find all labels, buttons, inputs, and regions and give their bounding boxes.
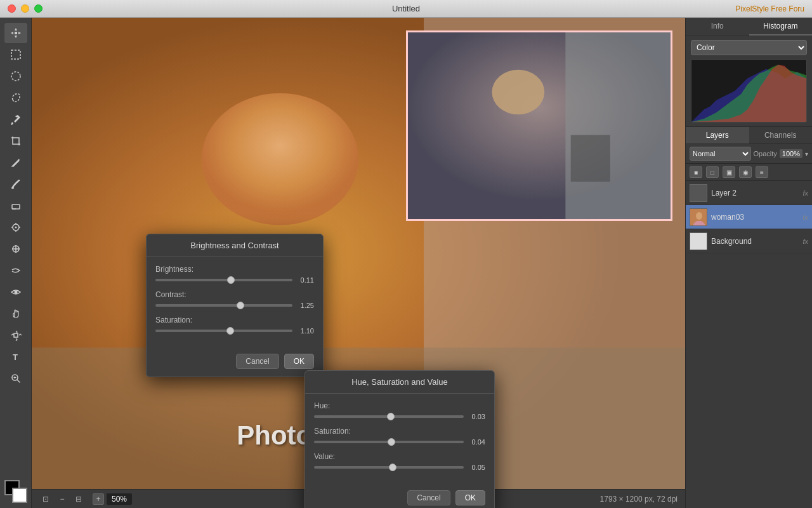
layer-item-background[interactable]: Background fx (686, 229, 812, 253)
zoom-display: + 50% (93, 493, 132, 505)
background-color[interactable] (12, 488, 27, 503)
zoom-value[interactable]: 50% (107, 493, 132, 505)
tool-hand[interactable] (4, 304, 27, 324)
app-body: T ⊞ ⊟ ⊡ ⊞ ≡ ⊡ ✓ Auto Selection (0, 18, 812, 508)
svg-rect-18 (571, 135, 610, 182)
brightness-contrast-dialog: Brightness and Contrast Brightness: 0.11… (146, 234, 324, 377)
tool-crop[interactable] (4, 131, 27, 151)
bc-cancel-button[interactable]: Cancel (236, 354, 278, 369)
brightness-wrap: 0.11 (155, 276, 314, 284)
layer2-name: Layer 2 (711, 189, 799, 197)
svg-rect-8 (14, 333, 18, 337)
value-slider[interactable] (314, 466, 464, 469)
hue-wrap: 0.03 (314, 413, 485, 420)
preview-image (408, 32, 671, 219)
hsv-dialog: Hue, Saturation and Value Hue: 0.03 Satu… (304, 370, 495, 508)
tool-smudge[interactable] (4, 260, 27, 281)
close-button[interactable] (8, 4, 16, 13)
forum-link[interactable]: PixelStyle Free Foru (735, 4, 804, 13)
tool-pencil[interactable] (4, 152, 27, 173)
preview-overlay (406, 30, 672, 221)
color-swatch[interactable] (4, 480, 27, 503)
bc-dialog-buttons: Cancel OK (147, 349, 323, 377)
layer-list: Layer 2 fx woman03 fx (686, 181, 812, 508)
hue-slider[interactable] (314, 415, 464, 418)
layer-controls: Normal Multiply Screen Overlay Opacity 1… (686, 144, 812, 164)
tab-layers[interactable]: Layers (686, 127, 749, 144)
maximize-button[interactable] (34, 4, 43, 13)
hue-label: Hue: (314, 401, 485, 410)
brightness-label: Brightness: (155, 265, 314, 274)
contrast-wrap: 1.25 (155, 302, 314, 309)
layer-icon-3[interactable]: ▣ (723, 166, 735, 178)
hsv-ok-button[interactable]: OK (455, 490, 485, 505)
contrast-slider[interactable] (155, 304, 292, 307)
hsv-saturation-slider[interactable] (314, 441, 464, 443)
hsv-saturation-wrap: 0.04 (314, 438, 485, 446)
canvas-area: ⊞ ⊟ ⊡ ⊞ ≡ ⊡ ✓ Auto Selection ✓ Auto Alig… (32, 18, 685, 508)
layer-icon-5[interactable]: ≡ (756, 166, 768, 178)
tool-heal[interactable] (4, 239, 27, 259)
background-fx[interactable]: fx (802, 237, 808, 245)
saturation-slider[interactable] (155, 330, 292, 332)
tool-clone[interactable] (4, 217, 27, 237)
svg-point-20 (696, 212, 702, 220)
layer-item-woman03[interactable]: woman03 fx (686, 205, 812, 229)
tool-eye[interactable] (4, 282, 27, 302)
hsv-cancel-button[interactable]: Cancel (407, 490, 450, 505)
blend-mode-select[interactable]: Normal Multiply Screen Overlay (690, 147, 751, 161)
zoom-plus-button[interactable]: + (93, 493, 104, 505)
bc-dialog-title: Brightness and Contrast (147, 234, 323, 257)
svg-point-2 (11, 187, 14, 189)
bc-ok-button[interactable]: OK (284, 354, 314, 369)
value-label: Value: (314, 452, 485, 461)
tool-text[interactable]: T (4, 347, 27, 367)
title-bar: Untitled PixelStyle Free Foru (0, 0, 812, 18)
status-icons: ⊡ − ⊟ (39, 493, 85, 505)
svg-rect-3 (12, 204, 20, 209)
zoom-out-icon[interactable]: − (56, 493, 69, 505)
value-wrap: 0.05 (314, 464, 485, 471)
fit-icon[interactable]: ⊡ (39, 493, 52, 505)
hsv-saturation-label: Saturation: (314, 427, 485, 436)
woman03-fx[interactable]: fx (802, 213, 808, 221)
tool-eraser[interactable] (4, 196, 27, 216)
layer-icon-2[interactable]: □ (706, 166, 719, 178)
tool-select-ellipse[interactable] (4, 66, 27, 86)
tool-transform[interactable] (4, 325, 27, 345)
window-title: Untitled (392, 4, 420, 13)
hsv-dialog-buttons: Cancel OK (305, 485, 494, 508)
value-value: 0.05 (468, 464, 485, 471)
brightness-row: Brightness: 0.11 (155, 265, 314, 284)
tool-select-lasso[interactable] (4, 88, 27, 108)
contrast-value: 1.25 (296, 302, 314, 309)
layer-item-layer2[interactable]: Layer 2 fx (686, 181, 812, 205)
brightness-slider[interactable] (155, 279, 292, 281)
opacity-arrow[interactable]: ▾ (805, 150, 808, 157)
tool-move[interactable] (4, 23, 27, 43)
saturation-wrap: 1.10 (155, 327, 314, 335)
layers-section: Layers Channels Normal Multiply Screen O… (686, 126, 812, 508)
tool-brush[interactable] (4, 174, 27, 194)
histogram-graph (691, 59, 807, 123)
svg-point-16 (492, 70, 544, 115)
svg-point-12 (202, 93, 358, 225)
tool-zoom[interactable] (4, 368, 27, 389)
left-toolbar: T (0, 18, 32, 508)
right-panel: Info Histogram Color Red Green Blue Lumi… (685, 18, 812, 508)
saturation-value: 1.10 (296, 327, 314, 335)
layer2-fx[interactable]: fx (802, 189, 808, 197)
channel-select[interactable]: Color Red Green Blue Luminosity (691, 40, 807, 55)
layer-icon-4[interactable]: ◉ (739, 166, 752, 178)
tab-info[interactable]: Info (686, 18, 749, 36)
zoom-bar-icon[interactable]: ⊟ (72, 493, 85, 505)
hue-row: Hue: 0.03 (314, 401, 485, 420)
tab-histogram[interactable]: Histogram (749, 18, 813, 36)
hsv-saturation-value: 0.04 (468, 438, 485, 446)
tool-eyedropper[interactable] (4, 109, 27, 130)
tool-select-rect[interactable] (4, 44, 27, 65)
layer-icon-1[interactable]: ■ (690, 166, 702, 178)
minimize-button[interactable] (21, 4, 29, 13)
contrast-row: Contrast: 1.25 (155, 290, 314, 309)
tab-channels[interactable]: Channels (749, 127, 813, 144)
